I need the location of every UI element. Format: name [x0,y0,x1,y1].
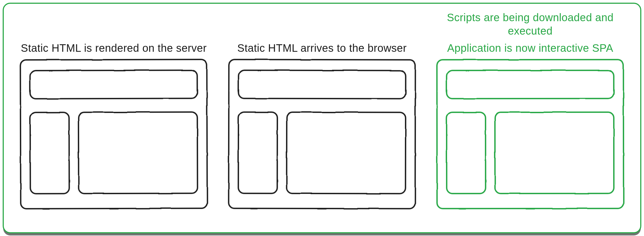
caption-3-line-2: Application is now interactive SPA [447,41,613,55]
wireframe-sidebar [30,112,70,194]
wireframe-header [29,69,198,99]
browser-wireframe-3 [436,59,624,209]
panel-html-arrives: Static HTML arrives to the browser [223,14,421,216]
captions-2: Static HTML arrives to the browser [237,14,407,55]
wireframe-header [238,69,406,99]
browser-wireframe-2 [228,59,416,209]
wireframe-sidebar [446,112,486,194]
diagram-container: Static HTML is rendered on the server St… [3,3,641,233]
panel-server-render: Static HTML is rendered on the server [14,14,213,216]
captions-1: Static HTML is rendered on the server [21,14,207,55]
caption-3-line-1: Scripts are being downloaded and execute… [431,11,630,38]
browser-wireframe-1 [20,59,208,209]
caption-2-line-1: Static HTML arrives to the browser [237,41,407,55]
wireframe-content [494,112,614,194]
wireframe-content [78,111,198,194]
captions-3: Scripts are being downloaded and execute… [431,14,630,55]
wireframe-sidebar [238,111,278,194]
panel-interactive-spa: Scripts are being downloaded and execute… [431,14,630,216]
wireframe-header [446,70,614,99]
wireframe-content [286,112,407,194]
caption-1-line-1: Static HTML is rendered on the server [21,41,207,55]
